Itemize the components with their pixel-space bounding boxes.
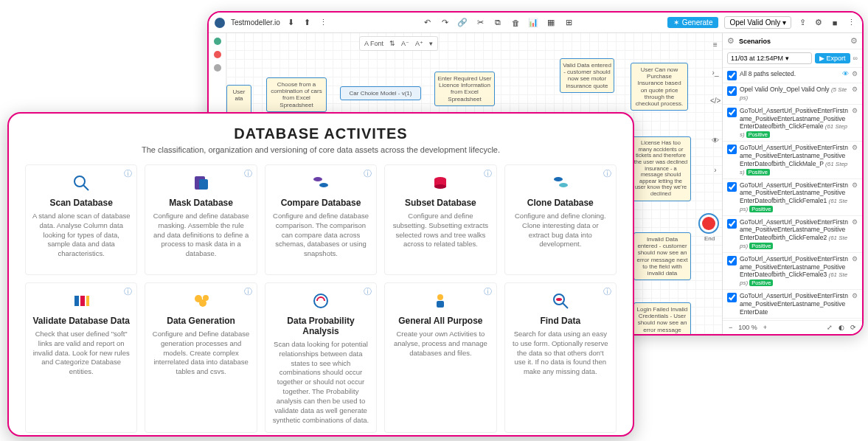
info-icon[interactable]: ⓘ [244,168,252,179]
rail-dot-grey[interactable] [214,64,221,72]
row-gear-icon[interactable]: ⚙ [852,86,858,93]
card-desc: Scan data looking for potential relation… [271,340,370,425]
visibility-icon[interactable]: 👁 [842,70,849,77]
activity-card[interactable]: ⓘClone DatabaseConfigure and define clon… [504,164,617,275]
download-icon[interactable]: ⬇ [286,18,296,28]
row-gear-icon[interactable]: ⚙ [852,292,858,299]
info-icon[interactable]: ⓘ [484,286,492,297]
chart-icon[interactable]: 📊 [528,18,538,28]
info-icon[interactable]: ⓘ [244,286,252,297]
activity-card[interactable]: ⓘData Probability AnalysisScan data look… [265,282,377,433]
info-icon[interactable]: ⓘ [603,168,611,179]
copy-icon[interactable]: ⧉ [493,18,503,28]
sync-icon[interactable]: ⟳ [850,324,856,331]
layout-icon[interactable]: ⊞ [563,18,574,28]
scenario-row[interactable]: GoToUrl_AssertUrl_PositiveEnterFirstname… [723,179,862,216]
scenario-check[interactable] [727,182,737,192]
date-dropdown[interactable]: 11/03 at 12:54PM ▾ [727,52,812,64]
scenario-row[interactable]: GoToUrl_AssertUrl_PositiveEnterFirstname… [723,216,862,253]
share-icon[interactable]: ⇪ [797,18,808,28]
scenario-check[interactable] [727,145,737,154]
all-paths-check[interactable] [727,71,737,80]
row-gear-icon[interactable]: ⚙ [852,144,858,151]
scenario-row[interactable]: GoToUrl_AssertUrl_PositiveEnterFirstname… [723,142,862,178]
list-icon[interactable]: ≡ [710,41,721,51]
profile-dropdown[interactable]: Opel Valid Only ▾ [724,16,791,29]
node-declined[interactable]: License Has too many accidents or ticket… [631,136,691,201]
upload-icon[interactable]: ⬆ [302,18,313,28]
card-title: Mask Database [151,198,250,208]
size-inc-icon[interactable]: A⁺ [415,40,423,47]
info-icon[interactable]: ⓘ [364,168,372,179]
scen-settings-icon[interactable]: ⚙ [850,36,858,46]
code-icon[interactable]: </> [710,97,721,107]
rail-dot-red[interactable] [214,51,221,58]
color-icon[interactable]: ▾ [429,40,433,47]
node-purchase[interactable]: User Can now Purchase Insurance based on… [631,63,688,111]
node-login-fail[interactable]: Login Failed Invalid Credentials - User … [633,302,691,336]
link-small-icon[interactable]: ∞ [853,55,858,62]
grid-icon[interactable]: ▦ [546,18,556,28]
scenario-text: GoToUrl_AssertUrl_PositiveEnterFirstname… [740,181,849,213]
svg-rect-19 [437,301,444,308]
card-icon [550,173,571,193]
rail-dot-green[interactable] [214,38,221,45]
export-button[interactable]: ▶ Export [815,53,850,63]
expand-icon[interactable]: ⤢ [827,324,833,331]
menu-icon[interactable]: ⋮ [846,18,856,28]
node-valid[interactable]: Valid Data entered - customer should now… [560,58,614,93]
row-gear-icon[interactable]: ⚙ [852,218,858,226]
activity-card[interactable]: ⓘMask DatabaseConfigure and define datab… [145,164,257,275]
globe-icon[interactable]: ◐ [839,324,844,331]
activity-card[interactable]: ⓘScan DatabaseA stand alone scan of data… [25,164,137,275]
all-paths-row[interactable]: All 8 paths selected. 👁 ⚙ [723,68,862,83]
row-gear-icon[interactable]: ⚙ [852,107,858,114]
row-gear-icon[interactable]: ⚙ [852,255,858,263]
scenario-row[interactable]: GoToUrl_AssertUrl_PositiveEnterFirstname… [723,290,862,319]
node-car-model[interactable]: Car Choice Model - v(1) [340,86,421,100]
activity-card[interactable]: ⓘCompare DatabaseConfigure and define da… [265,164,377,275]
scenario-check[interactable] [727,219,737,229]
undo-icon[interactable]: ↶ [422,18,432,28]
node-user[interactable]: User ata [226,85,251,114]
zoom-out-icon[interactable]: − [729,324,732,331]
gear-icon[interactable]: ⚙ [727,36,735,46]
scenario-check[interactable] [727,293,737,302]
generate-button[interactable]: ✶ Generate [667,17,719,28]
scenario-row[interactable]: GoToUrl_AssertUrl_PositiveEnterFirstname… [723,105,862,142]
activity-card[interactable]: ⓘData GenerationConfigure and Define dat… [145,282,257,433]
terminal-icon[interactable]: ›_ [710,69,721,79]
arrow-icon[interactable]: › [710,166,721,176]
info-icon[interactable]: ⓘ [603,286,611,297]
scenario-check[interactable] [727,256,737,265]
info-icon[interactable]: ⓘ [124,168,132,179]
info-icon[interactable]: ⓘ [124,286,132,297]
size-dec-icon[interactable]: A⁻ [401,40,409,47]
activity-card[interactable]: ⓘSubset DatabaseConfigure and define sub… [384,164,496,275]
activity-card[interactable]: ⓘValidate Database DataCheck that user d… [25,282,137,433]
scenario-row[interactable]: Opel Valid Only_Opel Valid Only (5 Steps… [723,83,862,105]
more-icon[interactable]: ⋮ [319,18,329,28]
row-gear-icon[interactable]: ⚙ [852,181,858,189]
link-icon[interactable]: 🔗 [457,18,468,28]
zoom-in-icon[interactable]: + [763,324,767,331]
settings-icon[interactable]: ⚙ [813,18,824,28]
delete-icon[interactable]: 🗑 [510,18,521,28]
cut-icon[interactable]: ✂ [475,18,485,28]
info-icon[interactable]: ⓘ [484,168,492,179]
row-gear-icon[interactable]: ⚙ [852,70,858,77]
activity-card[interactable]: ⓘFind DataSearch for data using an easy … [504,282,617,433]
node-choose[interactable]: Choose from a combination of cars from E… [266,77,327,112]
align-icon[interactable]: ⇅ [389,40,395,47]
node-enter-lic[interactable]: Enter Required User Licence Information … [434,72,495,106]
scenario-check[interactable] [727,86,737,96]
eye-icon[interactable]: 👁 [710,136,721,147]
activity-card[interactable]: ⓘGeneral All PurposeCreate your own Acti… [384,282,496,433]
scenario-row[interactable]: GoToUrl_AssertUrl_PositiveEnterFirstname… [723,253,862,290]
node-invalid[interactable]: Invalid Data entered - customer should n… [633,232,691,280]
info-icon[interactable]: ⓘ [364,286,372,297]
redo-icon[interactable]: ↷ [440,18,450,28]
card-desc: Configure and define database comparison… [271,212,370,259]
scenario-check[interactable] [727,108,737,117]
video-icon[interactable]: ■ [830,18,840,28]
